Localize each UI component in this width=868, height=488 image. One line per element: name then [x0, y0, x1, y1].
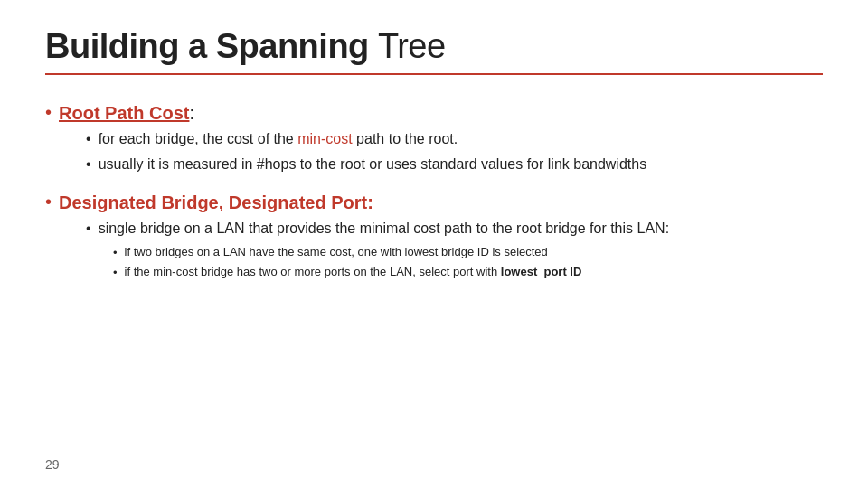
designated-bridge-label: Designated Bridge, Designated Port:: [59, 192, 373, 212]
page-number: 29: [45, 457, 60, 472]
sub-bullet-dot-3: •: [86, 221, 91, 237]
sub-bullet-single-bridge: • single bridge on a LAN that provides t…: [86, 219, 669, 239]
lowest-port-id-text: lowest port ID: [501, 265, 582, 278]
section-designated-bridge: • Designated Bridge, Designated Port: • …: [45, 190, 823, 285]
sub-sub-bullet-mincost-text: if the min-cost bridge has two or more p…: [125, 264, 582, 280]
slide: Building a Spanning Tree • Root Path Cos…: [0, 0, 868, 488]
mincost-link: min-cost: [297, 131, 352, 146]
sub-sub-bullet-two-bridges: • if two bridges on a LAN have the same …: [113, 244, 669, 260]
sub-sub-bullet-mincost: • if the min-cost bridge has two or more…: [113, 264, 669, 280]
title-area: Building a Spanning Tree: [45, 27, 823, 75]
title-bold-part: Building a Spanning: [45, 27, 369, 65]
sub-bullet-for-each: • for each bridge, the cost of the min-c…: [86, 129, 646, 149]
designated-bridge-title: Designated Bridge, Designated Port:: [59, 192, 373, 212]
root-path-cost-title: Root Path Cost: [59, 103, 189, 123]
content-area: • Root Path Cost: • for each bridge, the…: [45, 91, 823, 285]
sub-sub-bullet-dot-1: •: [113, 246, 118, 259]
designated-bridge-subbullets: • single bridge on a LAN that provides t…: [86, 219, 669, 281]
sub-bullet-dot-2: •: [86, 156, 91, 173]
sub-bullet-dot-1: •: [86, 131, 91, 147]
bullet-dot-2: •: [45, 192, 52, 212]
root-path-cost-label: Root Path Cost:: [59, 103, 194, 123]
sub-sub-bullet-dot-2: •: [113, 266, 118, 279]
sub-bullet-single-bridge-text: single bridge on a LAN that provides the…: [99, 219, 669, 239]
sub-bullet-usually-text: usually it is measured in #hops to the r…: [99, 155, 647, 174]
slide-title: Building a Spanning Tree: [45, 27, 823, 66]
sub-bullet-for-each-text: for each bridge, the cost of the min-cos…: [99, 129, 458, 149]
designated-bridge-subsubbullets: • if two bridges on a LAN have the same …: [113, 244, 669, 280]
root-path-cost-colon: :: [189, 103, 194, 123]
root-path-cost-subbullets: • for each bridge, the cost of the min-c…: [86, 129, 646, 175]
title-normal-part: Tree: [378, 27, 446, 65]
sub-sub-bullet-two-bridges-text: if two bridges on a LAN have the same co…: [125, 244, 548, 260]
bullet-dot-1: •: [45, 102, 52, 123]
section-root-path-cost-body: Root Path Cost: • for each bridge, the c…: [59, 100, 646, 181]
section-designated-bridge-body: Designated Bridge, Designated Port: • si…: [59, 190, 669, 285]
sub-bullet-usually: • usually it is measured in #hops to the…: [86, 155, 646, 174]
section-root-path-cost: • Root Path Cost: • for each bridge, the…: [45, 100, 823, 181]
